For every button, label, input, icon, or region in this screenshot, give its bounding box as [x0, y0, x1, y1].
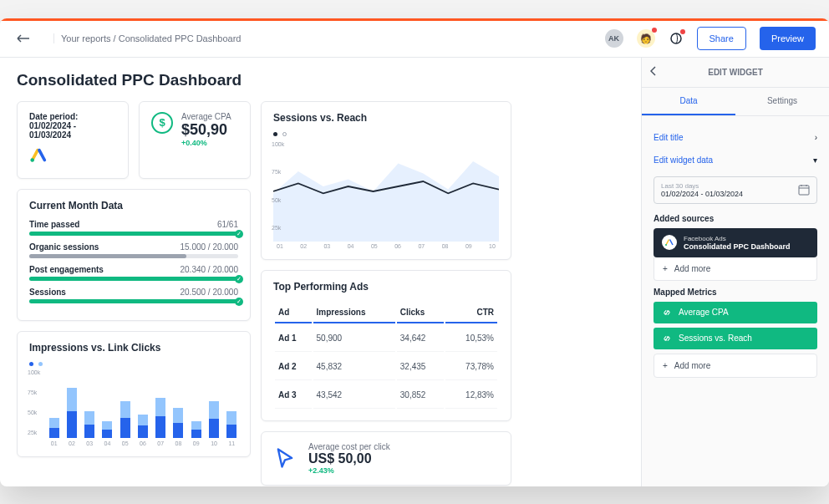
bar-group: 10: [207, 401, 220, 446]
svg-point-1: [30, 158, 34, 162]
bar-group: 08: [172, 408, 185, 446]
link-icon: [662, 308, 672, 318]
progress-row: Post engagements20.340 / 20.000 ✓: [29, 265, 238, 281]
svg-point-0: [671, 33, 681, 43]
arrow-left-icon: [17, 34, 30, 43]
current-month-card: Current Month Data Time passed61/61 ✓Org…: [17, 189, 251, 321]
bar-group: 04: [101, 421, 114, 446]
avatar[interactable]: AK: [605, 29, 623, 48]
add-source-button[interactable]: + Add more: [654, 257, 817, 281]
svg-rect-2: [799, 186, 809, 195]
dollar-icon: $: [151, 112, 173, 134]
date-period-card: Date period: 01/02/2024 - 01/03/2024: [17, 101, 129, 179]
chevron-down-icon: ▾: [813, 155, 817, 165]
bar-group: 02: [65, 388, 78, 446]
check-icon: ✓: [235, 230, 243, 238]
bar-group: 11: [226, 411, 238, 446]
plus-icon: +: [663, 361, 668, 370]
chevron-left-icon: [650, 66, 657, 76]
table-row: Ad 245,83232,43573,78%: [275, 354, 497, 380]
edit-widget-data-row[interactable]: Edit widget data ▾: [654, 149, 817, 171]
table-row: Ad 343,54230,85212,83%: [275, 382, 497, 409]
add-metric-button[interactable]: + Add more: [654, 354, 817, 378]
edit-widget-panel: EDIT WIDGET Data Settings Edit title › E…: [641, 58, 829, 486]
bar-group: 06: [136, 415, 149, 446]
avg-cpa-card: $ Average CPA $50,90 +0.40%: [139, 101, 251, 179]
line-chart: [273, 141, 499, 242]
chart-legend: [273, 132, 499, 136]
progress-row: Time passed61/61 ✓: [29, 220, 238, 236]
sessions-reach-card: Sessions vs. Reach 100k75k50k25k 0102030…: [261, 101, 511, 260]
impressions-clicks-card: Impressions vs. Link Clicks 100k75k50k25…: [17, 331, 251, 457]
tab-data[interactable]: Data: [642, 88, 735, 115]
topbar: Your reports / Consolidated PPC Dashboar…: [0, 21, 829, 58]
progress-row: Sessions20.500 / 20.000 ✓: [29, 288, 238, 303]
edit-title-row[interactable]: Edit title ›: [654, 126, 817, 149]
check-icon: ✓: [235, 275, 243, 283]
progress-row: Organic sessions15.000 / 20.000: [29, 242, 238, 258]
chevron-right-icon: ›: [815, 133, 817, 142]
date-range-picker[interactable]: Last 30 days 01/02/2024 - 01/03/2024: [654, 176, 817, 204]
metric-chip[interactable]: Sessions vs. Reach: [654, 328, 817, 349]
svg-point-3: [665, 244, 667, 246]
page-title: Consolidated PPC Dashboard: [17, 71, 624, 89]
avg-cpc-card: Average cost per click US$ 50,00 +2.43%: [261, 431, 511, 486]
bar-group: 03: [84, 411, 96, 446]
plus-icon: +: [663, 264, 668, 273]
preview-button[interactable]: Preview: [760, 27, 816, 50]
notification-icon[interactable]: [669, 31, 684, 46]
table-row: Ad 150,90034,64210,53%: [275, 325, 497, 352]
source-icon: [662, 235, 677, 250]
link-icon: [662, 333, 672, 344]
chart-legend: [29, 362, 238, 366]
avatar[interactable]: 🧑: [637, 29, 655, 48]
source-card[interactable]: Facebook Ads Consolidated PPC Dashboard: [654, 228, 817, 257]
tab-settings[interactable]: Settings: [735, 88, 829, 115]
bar-group: 07: [155, 398, 167, 446]
metric-chip[interactable]: Average CPA: [654, 302, 817, 323]
share-button[interactable]: Share: [697, 27, 746, 50]
back-button[interactable]: [13, 28, 33, 48]
check-icon: ✓: [235, 298, 243, 306]
calendar-icon: [798, 184, 810, 196]
bar-group: 09: [190, 421, 202, 446]
bar-group: 05: [119, 401, 131, 446]
google-ads-icon: [29, 146, 48, 165]
panel-back-button[interactable]: [650, 66, 657, 78]
bar-group: 01: [48, 418, 60, 446]
cursor-icon: [273, 446, 297, 470]
top-ads-card: Top Performing Ads AdImpressionsClicksCT…: [261, 270, 511, 421]
breadcrumb: Your reports / Consolidated PPC Dashboar…: [53, 33, 592, 43]
